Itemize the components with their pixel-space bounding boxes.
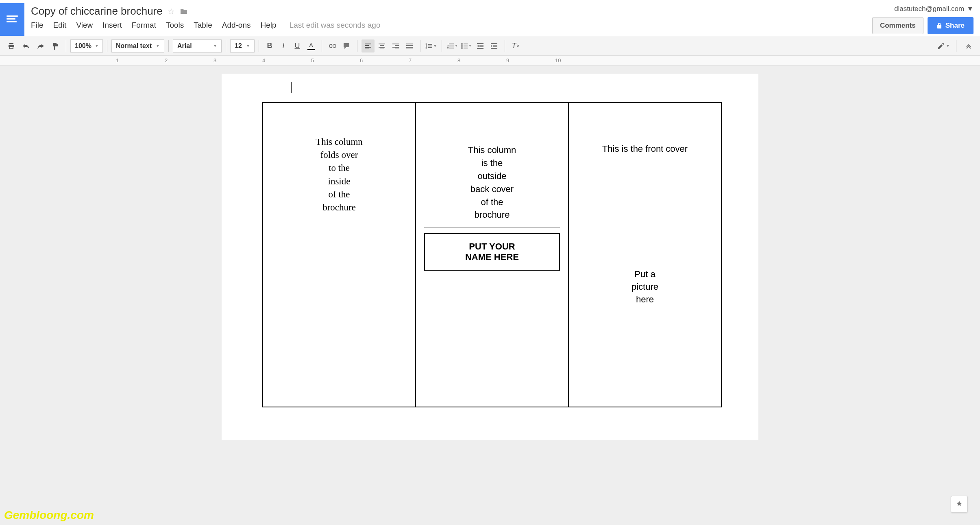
separator xyxy=(357,40,357,52)
underline-button[interactable]: U xyxy=(291,39,304,52)
collapse-toolbar-button[interactable] xyxy=(962,39,975,52)
ruler-number: 10 xyxy=(555,57,561,63)
document-title[interactable]: Copy of chiccarine brochure xyxy=(31,5,163,18)
brochure-panel-1[interactable]: This column folds over to the inside of … xyxy=(263,103,416,407)
ruler-number: 7 xyxy=(409,57,412,63)
user-account[interactable]: dlastutech@gmail.com ▼ xyxy=(894,5,973,13)
print-button[interactable] xyxy=(5,39,18,52)
align-justify-button[interactable] xyxy=(403,39,416,52)
caret-down-icon: ▼ xyxy=(967,5,973,13)
panel-3-picture-text[interactable]: Put a picture here xyxy=(577,268,713,306)
italic-button[interactable]: I xyxy=(277,39,290,52)
redo-button[interactable] xyxy=(34,39,47,52)
menu-format[interactable]: Format xyxy=(132,21,156,30)
caret-down-icon: ▼ xyxy=(946,44,950,48)
brochure-panel-3[interactable]: This is the front cover Put a picture he… xyxy=(569,103,721,407)
svg-point-1 xyxy=(461,45,463,47)
ruler-number: 5 xyxy=(311,57,314,63)
watermark: Gembloong.com xyxy=(4,509,94,522)
toolbar-right: ▼ xyxy=(937,39,975,52)
caret-down-icon: ▼ xyxy=(468,44,472,48)
toolbar: 100%▼ Normal text▼ Arial▼ 12▼ B I U A ▼ … xyxy=(0,36,980,56)
numbered-list-button[interactable]: ▼ xyxy=(446,39,459,52)
folder-icon[interactable] xyxy=(180,8,188,15)
title-row: Copy of chiccarine brochure ☆ xyxy=(31,3,872,18)
document-page[interactable]: This column folds over to the inside of … xyxy=(222,74,758,440)
menu-table[interactable]: Table xyxy=(194,21,212,30)
explore-button[interactable] xyxy=(951,496,968,513)
menu-tools[interactable]: Tools xyxy=(166,21,184,30)
ruler-number: 3 xyxy=(213,57,216,63)
separator xyxy=(442,40,442,52)
share-button[interactable]: Share xyxy=(928,17,973,34)
separator xyxy=(259,40,259,52)
editing-mode-button[interactable]: ▼ xyxy=(937,39,950,52)
header-buttons: Comments Share xyxy=(872,17,973,34)
paint-format-button[interactable] xyxy=(49,39,62,52)
insert-link-button[interactable] xyxy=(326,39,339,52)
insert-comment-button[interactable] xyxy=(340,39,353,52)
insert-group xyxy=(326,39,353,52)
brochure-panel-2[interactable]: This column is the outside back cover of… xyxy=(416,103,569,407)
menu-view[interactable]: View xyxy=(76,21,93,30)
header-main: Copy of chiccarine brochure ☆ File Edit … xyxy=(31,3,872,34)
svg-point-0 xyxy=(461,43,463,45)
line-spacing-button[interactable]: ▼ xyxy=(425,39,438,52)
ruler-number: 8 xyxy=(457,57,460,63)
horizontal-ruler[interactable]: 1 2 3 4 5 6 7 8 9 10 xyxy=(0,56,980,66)
ruler-number: 4 xyxy=(262,57,265,63)
separator xyxy=(956,40,956,52)
panel-2-text[interactable]: This column is the outside back cover of… xyxy=(424,144,560,221)
caret-down-icon: ▼ xyxy=(433,44,437,48)
brochure-table[interactable]: This column folds over to the inside of … xyxy=(262,102,722,407)
svg-point-2 xyxy=(461,47,463,49)
paragraph-style-select[interactable]: Normal text▼ xyxy=(111,39,164,52)
caret-down-icon: ▼ xyxy=(246,44,250,48)
text-color-button[interactable]: A xyxy=(305,39,318,52)
align-center-button[interactable] xyxy=(375,39,388,52)
separator xyxy=(226,40,226,52)
zoom-select[interactable]: 100%▼ xyxy=(70,39,103,52)
last-edit-text[interactable]: Last edit was seconds ago xyxy=(290,21,381,30)
list-group: ▼ ▼ xyxy=(446,39,501,52)
explore-icon xyxy=(955,500,963,508)
ruler-number: 9 xyxy=(506,57,509,63)
caret-down-icon: ▼ xyxy=(156,44,160,48)
undo-button[interactable] xyxy=(20,39,33,52)
align-right-button[interactable] xyxy=(389,39,402,52)
bold-button[interactable]: B xyxy=(263,39,276,52)
increase-indent-button[interactable] xyxy=(488,39,501,52)
font-size-select[interactable]: 12▼ xyxy=(230,39,255,52)
menu-bar: File Edit View Insert Format Tools Table… xyxy=(31,18,872,34)
menu-addons[interactable]: Add-ons xyxy=(222,21,251,30)
text-format-group: B I U A xyxy=(263,39,318,52)
app-header: Copy of chiccarine brochure ☆ File Edit … xyxy=(0,0,980,36)
bulleted-list-button[interactable]: ▼ xyxy=(460,39,473,52)
menu-insert[interactable]: Insert xyxy=(102,21,122,30)
text-cursor xyxy=(291,82,292,93)
docs-logo-icon xyxy=(7,15,18,24)
align-group xyxy=(362,39,416,52)
lock-icon xyxy=(936,22,942,29)
separator xyxy=(168,40,169,52)
caret-down-icon: ▼ xyxy=(455,44,458,48)
panel-3-title[interactable]: This is the front cover xyxy=(577,144,713,154)
decrease-indent-button[interactable] xyxy=(474,39,487,52)
separator xyxy=(420,40,420,52)
panel-1-text[interactable]: This column folds over to the inside of … xyxy=(271,136,407,214)
caret-down-icon: ▼ xyxy=(95,44,99,48)
ruler-number: 6 xyxy=(360,57,363,63)
document-canvas[interactable]: This column folds over to the inside of … xyxy=(0,66,980,525)
menu-help[interactable]: Help xyxy=(261,21,277,30)
menu-edit[interactable]: Edit xyxy=(53,21,67,30)
name-box[interactable]: PUT YOUR NAME HERE xyxy=(424,233,560,271)
menu-file[interactable]: File xyxy=(31,21,44,30)
align-left-button[interactable] xyxy=(362,39,375,52)
star-icon[interactable]: ☆ xyxy=(168,7,175,16)
font-select[interactable]: Arial▼ xyxy=(173,39,222,52)
docs-logo[interactable] xyxy=(0,3,24,36)
caret-down-icon: ▼ xyxy=(213,44,217,48)
comments-button[interactable]: Comments xyxy=(872,17,923,34)
clear-formatting-button[interactable]: T✕ xyxy=(509,39,522,52)
share-label: Share xyxy=(945,22,965,30)
